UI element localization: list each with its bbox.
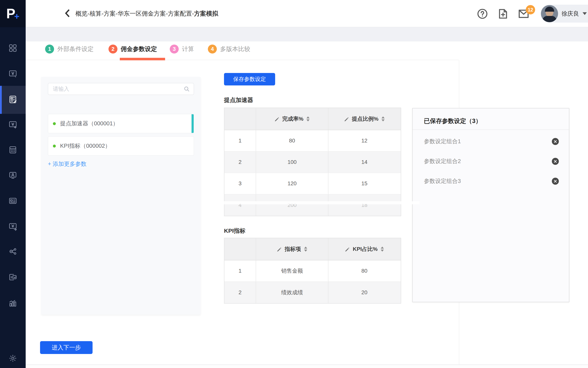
sort-icon[interactable] [306, 116, 310, 121]
breadcrumb-prefix: 概览-核算-方案-华东一区佣金方案-方案配置- [75, 10, 194, 17]
sidebar-item-terminal-user[interactable] [0, 163, 26, 188]
active-step-underline [120, 58, 165, 60]
cell-kpi-percent[interactable]: 20 [329, 282, 400, 303]
sidebar: P + [0, 0, 26, 368]
calculator-icon [8, 145, 17, 155]
section-title-kpi: KPI指标 [224, 227, 245, 235]
cell-completion-rate[interactable]: 200 [256, 194, 329, 216]
selected-indicator-bar [192, 114, 194, 133]
scroll-fade-overlay [212, 201, 420, 204]
saved-parameters-card: 已保存参数设定（3） 参数设定组合1 参数设定组合2 参数设定组合3 [412, 108, 569, 302]
step-version-compare[interactable]: 4 多版本比较 [208, 45, 250, 54]
step-number-badge: 4 [208, 45, 217, 54]
cell-indicator[interactable]: 绩效成绩 [256, 282, 329, 303]
sidebar-item-settings[interactable] [0, 346, 26, 368]
remove-saved-item-button[interactable] [552, 158, 559, 165]
cell-completion-rate[interactable]: 80 [256, 130, 329, 151]
cell-completion-rate[interactable]: 100 [256, 152, 329, 173]
sidebar-item-share-nodes[interactable] [0, 239, 26, 265]
user-menu[interactable]: 徐庆良 [541, 5, 588, 23]
sort-icon[interactable] [381, 116, 385, 121]
step-external-conditions[interactable]: 1 外部条件设定 [45, 45, 94, 54]
column-label: KPI占比% [353, 245, 378, 253]
back-chevron-icon[interactable] [64, 9, 70, 18]
apps-icon [8, 44, 17, 53]
sort-icon[interactable] [380, 247, 384, 252]
edit-column-icon[interactable] [345, 246, 350, 252]
table-header-row: 完成率% 提点比例% [224, 108, 401, 130]
header-index-cell [224, 108, 256, 130]
sidebar-item-integration[interactable] [0, 265, 26, 291]
cell-commission-ratio[interactable]: 12 [329, 130, 400, 151]
status-dot-icon [53, 122, 56, 125]
bar-chart-icon [8, 299, 17, 308]
active-indicator-bar [0, 86, 2, 114]
money-transfer-icon [8, 222, 17, 232]
status-dot-icon [53, 145, 56, 147]
edit-column-icon[interactable] [274, 116, 280, 122]
step-commission-parameters[interactable]: 2 佣金参数设定 [108, 45, 157, 54]
search-box [48, 83, 194, 95]
accelerator-table: 完成率% 提点比例% 1 80 12 2 100 14 3 120 15 4 [224, 108, 401, 216]
app-logo[interactable]: P + [0, 0, 26, 27]
edit-column-icon[interactable] [276, 246, 282, 252]
scheme-edit-icon [8, 95, 17, 105]
money-add-icon [8, 120, 17, 130]
save-parameters-button[interactable]: 保存参数设定 [224, 73, 275, 85]
remove-saved-item-button[interactable] [552, 138, 559, 145]
help-button[interactable] [477, 8, 488, 19]
table-row: 2 绩效成绩 20 [224, 282, 401, 303]
param-item-accelerator[interactable]: 提点加速器（000001） [48, 114, 194, 133]
next-step-button[interactable]: 进入下一步 [40, 341, 93, 354]
header-cell-indicator: 指标项 [256, 238, 329, 260]
saved-parameters-list: 参数设定组合1 参数设定组合2 参数设定组合3 [424, 136, 559, 196]
saved-item-label[interactable]: 参数设定组合1 [424, 138, 461, 145]
table-row: 2 100 14 [224, 152, 401, 173]
sidebar-item-plan-money[interactable] [0, 61, 26, 87]
add-more-params-link[interactable]: + 添加更多参数 [48, 160, 87, 168]
column-label: 提点比例% [352, 115, 379, 123]
step-number-badge: 2 [108, 45, 117, 54]
step-label: 佣金参数设定 [121, 45, 157, 53]
cell-commission-ratio[interactable]: 14 [329, 152, 400, 173]
sidebar-item-money-transfer[interactable] [0, 214, 26, 240]
saved-item: 参数设定组合2 [424, 156, 559, 167]
mail-badge: 12 [526, 5, 535, 14]
scheme-simulation-page: P + [0, 0, 588, 368]
remove-saved-item-button[interactable] [552, 178, 559, 185]
saved-item: 参数设定组合3 [424, 176, 559, 187]
cell-completion-rate[interactable]: 120 [256, 173, 329, 194]
sidebar-item-reports[interactable] [0, 291, 26, 316]
edit-column-icon[interactable] [344, 116, 349, 122]
cell-kpi-percent[interactable]: 80 [329, 260, 400, 281]
page-gap-strip [26, 27, 588, 41]
cell-commission-ratio[interactable]: 18 [329, 194, 400, 216]
param-item-kpi[interactable]: KPI指标（000002） [48, 136, 194, 156]
search-icon[interactable] [184, 86, 190, 93]
column-label: 完成率% [282, 115, 303, 123]
search-input[interactable] [53, 84, 180, 94]
new-document-button[interactable] [497, 8, 509, 19]
sort-icon[interactable] [304, 247, 308, 252]
row-index: 4 [224, 194, 256, 216]
avatar [541, 5, 558, 22]
cell-indicator[interactable]: 销售金额 [256, 260, 329, 281]
breadcrumb-text[interactable]: 概览-核算-方案-华东一区佣金方案-方案配置-方案模拟 [75, 9, 218, 18]
step-calculate[interactable]: 3 计算 [170, 45, 194, 54]
row-index: 3 [224, 173, 256, 194]
sidebar-item-money-add[interactable] [0, 112, 26, 138]
saved-item-label[interactable]: 参数设定组合2 [424, 157, 461, 165]
monitor-user-icon [8, 171, 17, 180]
parameter-list-panel: 提点加速器（000001） KPI指标（000002） + 添加更多参数 [41, 77, 201, 315]
sidebar-item-apps[interactable] [0, 36, 26, 61]
chevron-down-icon [583, 12, 587, 15]
header-cell-completion-rate: 完成率% [256, 108, 329, 130]
sidebar-item-scheme-config[interactable] [0, 86, 26, 114]
sidebar-item-calculator[interactable] [0, 138, 26, 163]
sidebar-item-id-card[interactable] [0, 188, 26, 214]
table-header-row: 指标项 KPI占比% [224, 238, 401, 260]
breadcrumb-current: 方案模拟 [194, 10, 218, 17]
saved-item-label[interactable]: 参数设定组合3 [424, 177, 461, 185]
cell-commission-ratio[interactable]: 15 [329, 173, 400, 194]
header-cell-commission-ratio: 提点比例% [329, 108, 400, 130]
